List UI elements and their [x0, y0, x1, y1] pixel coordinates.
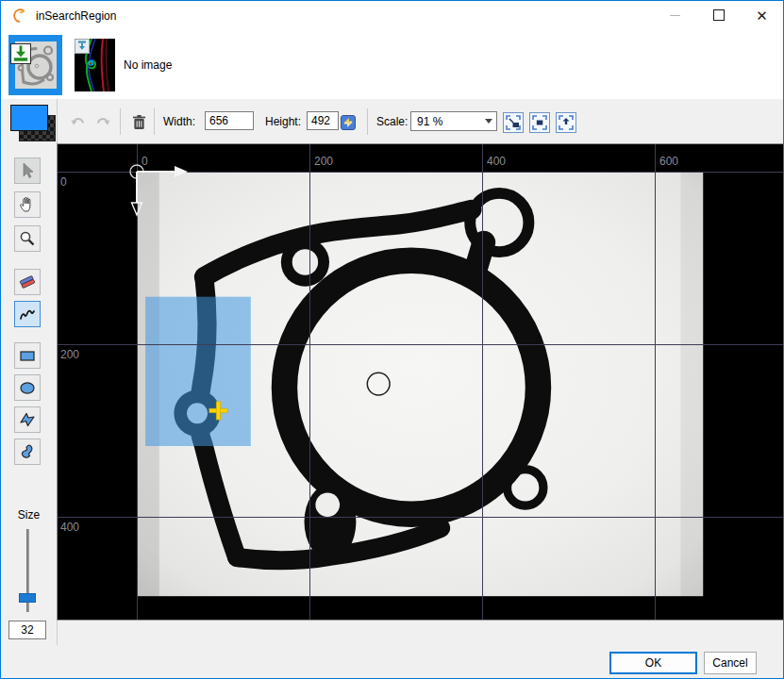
- redo-icon: [94, 114, 111, 131]
- no-image-label: No image: [124, 58, 172, 72]
- undo-button[interactable]: [67, 111, 90, 134]
- y-tick-label: 400: [60, 521, 79, 534]
- image-thumbnail-selected[interactable]: [8, 35, 62, 95]
- zoom-fit-button[interactable]: [503, 112, 524, 133]
- app-logo-icon: [11, 8, 28, 25]
- freeform-region-icon: [18, 442, 37, 461]
- height-input[interactable]: [307, 111, 339, 130]
- size-label: Size: [1, 508, 57, 522]
- x-tick-label: 200: [314, 155, 333, 168]
- width-input[interactable]: [205, 111, 254, 130]
- close-icon: ✕: [756, 8, 768, 23]
- foreground-color-swatch[interactable]: [10, 105, 56, 141]
- draw-color-swatch: [10, 105, 48, 131]
- x-tick-label: 600: [659, 155, 678, 168]
- polygon-icon: [18, 410, 37, 429]
- x-tick-label: 400: [487, 155, 506, 168]
- close-button[interactable]: ✕: [741, 1, 783, 29]
- preview-strip: No image: [1, 30, 783, 100]
- zoom-original-button[interactable]: [529, 112, 550, 133]
- eraser-icon: [18, 273, 37, 291]
- gradient-thumbnail[interactable]: [75, 39, 115, 91]
- zoom-fit-width-button[interactable]: [556, 112, 576, 133]
- editor-canvas[interactable]: 0 200 400 600 0 200 400: [58, 144, 783, 620]
- insert-gradient-overlay-icon: [75, 39, 90, 54]
- zoom-fit-width-icon: [559, 115, 574, 130]
- tool-select-button[interactable]: [14, 157, 41, 184]
- y-tick-label: 0: [60, 175, 67, 189]
- zoom-original-icon: [532, 115, 547, 130]
- gasket-image: [137, 172, 703, 596]
- ok-button-label: OK: [645, 656, 661, 670]
- insert-image-overlay-icon: [10, 43, 31, 64]
- scale-label: Scale:: [376, 115, 408, 128]
- ok-button[interactable]: OK: [609, 652, 697, 674]
- dialog-window: inSearchRegion ✕: [0, 0, 784, 679]
- tool-eraser-button[interactable]: [14, 269, 41, 295]
- ellipse-icon: [18, 378, 37, 397]
- clear-region-button[interactable]: [127, 111, 150, 134]
- redo-button[interactable]: [92, 111, 114, 134]
- rectangle-icon: [18, 346, 37, 365]
- trash-icon: [132, 114, 146, 131]
- tool-freeform-button[interactable]: [14, 439, 41, 465]
- tool-polygon-button[interactable]: [14, 406, 41, 433]
- chevron-down-icon: [480, 112, 496, 130]
- maximize-button[interactable]: [697, 1, 740, 29]
- hand-icon: [18, 195, 37, 214]
- toolbar-separator: [120, 108, 121, 135]
- tool-rectangle-button[interactable]: [14, 342, 41, 369]
- window-title: inSearchRegion: [36, 9, 116, 23]
- cursor-arrow-icon: [18, 161, 37, 180]
- tool-pan-button[interactable]: [14, 191, 41, 218]
- scribble-icon: [18, 305, 37, 323]
- cancel-button[interactable]: Cancel: [704, 652, 757, 674]
- cancel-button-label: Cancel: [712, 656, 747, 670]
- tool-ellipse-button[interactable]: [14, 374, 41, 401]
- tool-zoom-button[interactable]: [14, 225, 41, 252]
- title-bar: inSearchRegion ✕: [1, 1, 783, 30]
- apply-size-button[interactable]: [337, 111, 359, 134]
- x-tick-label: 0: [142, 155, 148, 168]
- scale-value: 91 %: [417, 115, 442, 128]
- zoom-fit-icon: [506, 115, 521, 130]
- search-region-selection[interactable]: [145, 297, 251, 446]
- size-slider-thumb[interactable]: [19, 593, 36, 603]
- size-value-box[interactable]: 32: [8, 621, 46, 639]
- scale-select[interactable]: 91 %: [410, 111, 497, 131]
- minimize-icon: [670, 15, 680, 16]
- height-label: Height:: [265, 115, 301, 128]
- minimize-button: [654, 1, 696, 29]
- undo-icon: [70, 114, 87, 131]
- canvas-viewport[interactable]: 0 200 400 600 0 200 400: [58, 144, 783, 620]
- editor-toolbar: Width: Height: Scale: 91 %: [1, 99, 783, 144]
- toolbar-separator: [367, 108, 368, 135]
- y-tick-label: 200: [60, 348, 79, 361]
- magnifier-icon: [18, 229, 37, 248]
- toolbar-separator: [154, 108, 155, 135]
- maximize-icon: [713, 9, 725, 21]
- tool-freehand-button[interactable]: [14, 301, 41, 327]
- width-label: Width:: [163, 115, 195, 128]
- resize-apply-icon: [341, 115, 356, 130]
